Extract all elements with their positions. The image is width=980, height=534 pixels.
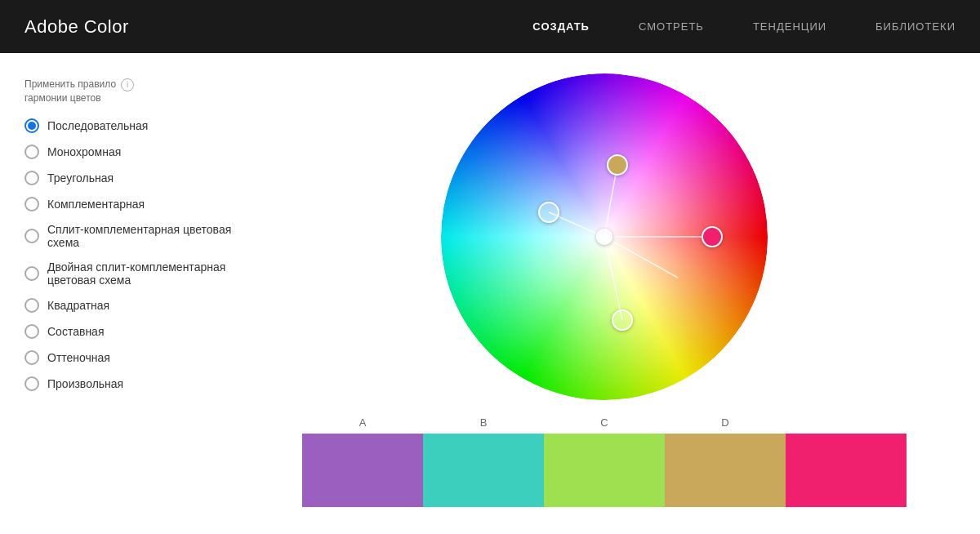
rule-monochrome-label: Монохромная <box>47 145 121 158</box>
rule-complementary[interactable]: Комплементарная <box>24 197 253 211</box>
harmony-title-line1: Применить правило <box>24 78 116 90</box>
harmony-title-line2: гармонии цветов <box>24 92 101 104</box>
rule-double-split-label: Двойная сплит-комплементарная цветовая с… <box>47 260 253 287</box>
swatch-a[interactable] <box>302 434 423 507</box>
radio-monochrome[interactable] <box>24 145 39 159</box>
rule-complementary-label: Комплементарная <box>47 198 145 211</box>
header: Adobe Color СОЗДАТЬ СМОТРЕТЬ ТЕНДЕНЦИИ Б… <box>0 0 980 53</box>
rule-split-complementary[interactable]: Сплит-комплементарная цветовая схема <box>24 223 253 249</box>
palette-labels: A B C D <box>302 416 906 429</box>
main-nav: СОЗДАТЬ СМОТРЕТЬ ТЕНДЕНЦИИ БИБЛИОТЕКИ <box>532 20 956 33</box>
harmony-title: Применить правило гармонии цветов i <box>24 78 253 105</box>
color-wheel-container[interactable] <box>441 73 768 400</box>
radio-custom[interactable] <box>24 376 39 391</box>
radio-compound[interactable] <box>24 324 39 339</box>
swatch-d[interactable] <box>665 434 786 507</box>
rule-monochrome[interactable]: Монохромная <box>24 145 253 159</box>
handle-b[interactable] <box>538 202 559 223</box>
rule-split-complementary-label: Сплит-комплементарная цветовая схема <box>47 223 253 249</box>
radio-tint[interactable] <box>24 350 39 365</box>
radio-square[interactable] <box>24 298 39 313</box>
radio-sequential[interactable] <box>24 118 39 133</box>
radio-double-split[interactable] <box>24 266 39 281</box>
rule-sequential[interactable]: Последовательная <box>24 118 253 133</box>
palette-swatches <box>302 434 906 507</box>
handle-a[interactable] <box>607 154 628 176</box>
rule-compound-label: Составная <box>47 325 104 338</box>
rule-square-label: Квадратная <box>47 299 109 312</box>
rule-triangle-label: Треугольная <box>47 171 114 185</box>
rule-double-split[interactable]: Двойная сплит-комплементарная цветовая с… <box>24 260 253 287</box>
rule-compound[interactable]: Составная <box>24 324 253 339</box>
radio-complementary[interactable] <box>24 197 39 211</box>
handle-d[interactable] <box>612 309 633 331</box>
swatch-c[interactable] <box>544 434 665 507</box>
radio-triangle[interactable] <box>24 171 39 185</box>
app-logo: Adobe Color <box>24 16 129 38</box>
info-icon[interactable]: i <box>121 78 134 91</box>
nav-libraries[interactable]: БИБЛИОТЕКИ <box>875 20 956 33</box>
palette-label-b: B <box>423 416 544 429</box>
nav-watch[interactable]: СМОТРЕТЬ <box>639 20 704 33</box>
rule-custom[interactable]: Произвольная <box>24 376 253 391</box>
rule-tint-label: Оттеночная <box>47 351 110 364</box>
swatch-e[interactable] <box>786 434 906 507</box>
rule-custom-label: Произвольная <box>47 377 123 390</box>
palette-label-c: C <box>544 416 665 429</box>
handle-e[interactable] <box>702 226 723 247</box>
handle-c[interactable] <box>596 229 612 245</box>
radio-split-complementary[interactable] <box>24 229 39 243</box>
wheel-area: A B C D <box>253 69 956 534</box>
nav-trends[interactable]: ТЕНДЕНЦИИ <box>753 20 826 33</box>
rule-sequential-label: Последовательная <box>47 119 148 132</box>
rule-square[interactable]: Квадратная <box>24 298 253 313</box>
palette-area: A B C D <box>302 416 906 507</box>
swatch-b[interactable] <box>423 434 544 507</box>
rule-tint[interactable]: Оттеночная <box>24 350 253 365</box>
nav-create[interactable]: СОЗДАТЬ <box>532 20 590 33</box>
palette-label-e <box>786 416 906 429</box>
palette-label-a: A <box>302 416 423 429</box>
harmony-sidebar: Применить правило гармонии цветов i Посл… <box>24 69 253 534</box>
main-content: Применить правило гармонии цветов i Посл… <box>0 53 980 534</box>
palette-label-d: D <box>665 416 786 429</box>
rule-triangle[interactable]: Треугольная <box>24 171 253 185</box>
